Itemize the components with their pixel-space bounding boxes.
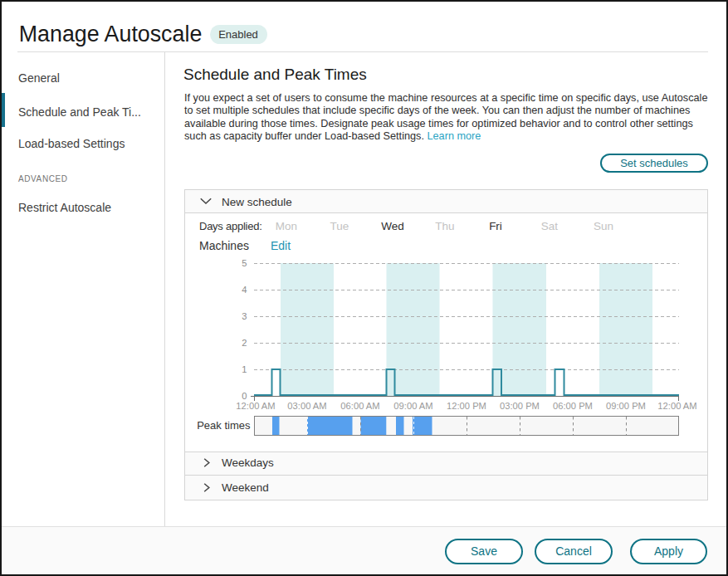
svg-text:03:00 PM: 03:00 PM bbox=[500, 401, 540, 411]
svg-text:09:00 AM: 09:00 AM bbox=[393, 401, 432, 411]
svg-text:3: 3 bbox=[242, 311, 247, 321]
svg-text:0: 0 bbox=[242, 391, 247, 401]
svg-text:12:00 PM: 12:00 PM bbox=[447, 401, 486, 411]
svg-text:06:00 PM: 06:00 PM bbox=[553, 401, 593, 411]
svg-text:03:00 AM: 03:00 AM bbox=[287, 401, 326, 411]
svg-text:5: 5 bbox=[242, 258, 247, 268]
svg-text:12:00 AM: 12:00 AM bbox=[657, 401, 696, 411]
svg-text:06:00 AM: 06:00 AM bbox=[340, 401, 379, 411]
svg-text:12:00 AM: 12:00 AM bbox=[236, 401, 275, 411]
svg-text:4: 4 bbox=[242, 285, 247, 295]
svg-text:09:00 PM: 09:00 PM bbox=[606, 401, 646, 411]
svg-text:2: 2 bbox=[242, 338, 247, 348]
svg-text:1: 1 bbox=[242, 364, 247, 374]
